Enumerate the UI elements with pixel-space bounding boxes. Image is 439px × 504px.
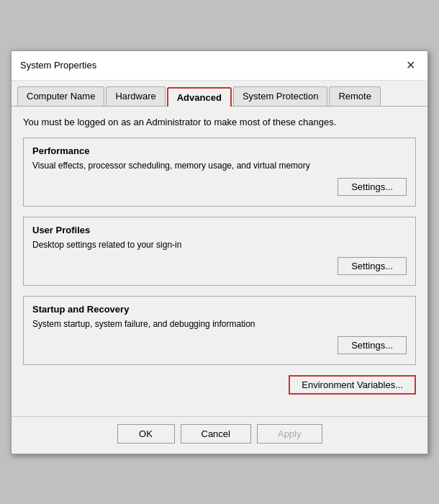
close-icon: ✕	[406, 58, 415, 72]
tab-advanced[interactable]: Advanced	[167, 87, 232, 107]
startup-recovery-section: Startup and Recovery System startup, sys…	[23, 296, 416, 365]
startup-recovery-desc: System startup, system failure, and debu…	[32, 319, 407, 329]
info-text: You must be logged on as an Administrato…	[23, 117, 416, 127]
ok-button[interactable]: OK	[117, 424, 175, 444]
env-button-row: Environment Variables...	[23, 375, 416, 395]
user-profiles-title: User Profiles	[32, 225, 407, 235]
user-profiles-settings-button[interactable]: Settings...	[338, 257, 407, 275]
close-button[interactable]: ✕	[402, 57, 419, 74]
performance-section: Performance Visual effects, processor sc…	[23, 138, 416, 207]
performance-title: Performance	[32, 145, 407, 156]
performance-button-row: Settings...	[32, 178, 407, 196]
dialog-footer: OK Cancel Apply	[12, 416, 427, 454]
performance-settings-button[interactable]: Settings...	[338, 178, 407, 196]
user-profiles-button-row: Settings...	[32, 257, 407, 275]
tab-remote[interactable]: Remote	[329, 86, 381, 106]
user-profiles-desc: Desktop settings related to your sign-in	[32, 240, 407, 250]
performance-desc: Visual effects, processor scheduling, me…	[32, 161, 407, 171]
dialog-title: System Properties	[20, 60, 96, 71]
startup-recovery-title: Startup and Recovery	[32, 304, 407, 315]
cancel-button[interactable]: Cancel	[181, 424, 251, 444]
tab-computer-name[interactable]: Computer Name	[17, 86, 104, 106]
title-bar: System Properties ✕	[12, 51, 427, 81]
tab-hardware[interactable]: Hardware	[106, 86, 165, 106]
content-area: You must be logged on as an Administrato…	[12, 107, 427, 416]
system-properties-dialog: System Properties ✕ Computer Name Hardwa…	[11, 50, 428, 454]
tab-system-protection[interactable]: System Protection	[233, 86, 328, 106]
user-profiles-section: User Profiles Desktop settings related t…	[23, 217, 416, 286]
environment-variables-button[interactable]: Environment Variables...	[289, 375, 416, 395]
tab-bar: Computer Name Hardware Advanced System P…	[12, 81, 427, 107]
startup-recovery-settings-button[interactable]: Settings...	[338, 336, 407, 354]
startup-recovery-button-row: Settings...	[32, 336, 407, 354]
apply-button[interactable]: Apply	[257, 424, 322, 444]
